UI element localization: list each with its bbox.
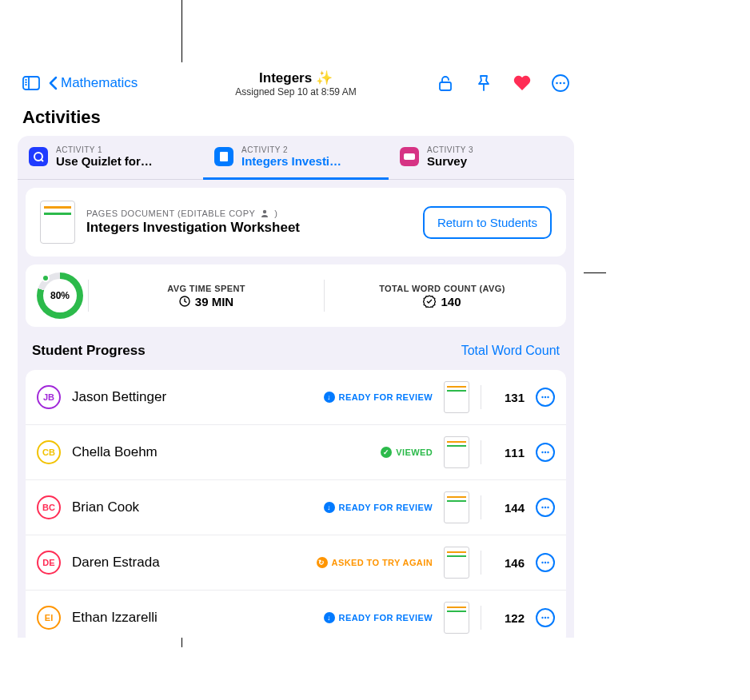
status-text: READY FOR REVIEW: [339, 613, 433, 622]
row-more-button[interactable]: [536, 498, 555, 517]
page-title: Integers ✨: [259, 70, 333, 86]
submission-thumbnail[interactable]: [444, 436, 469, 468]
submission-thumbnail[interactable]: [444, 547, 469, 579]
back-label: Mathematics: [61, 75, 138, 91]
word-count: 146: [493, 556, 525, 570]
svg-rect-5: [440, 82, 451, 90]
progress-percent: 80%: [43, 279, 77, 312]
sidebar-icon: [22, 76, 40, 90]
pin-icon: [476, 74, 492, 92]
progress-ring: 80%: [37, 272, 83, 319]
svg-rect-0: [23, 77, 39, 89]
document-type-text: PAGES DOCUMENT (EDITABLE COPY: [86, 209, 255, 218]
word-count-value: 140: [423, 295, 461, 308]
ellipsis-icon: [540, 557, 551, 568]
student-row[interactable]: EIEthan Izzarelli↓READY FOR REVIEW122: [26, 591, 566, 638]
tab-kicker: ACTIVITY 2: [241, 145, 341, 154]
top-bar-actions: [435, 62, 571, 104]
student-avatar: CB: [37, 440, 61, 464]
document-type-close: ): [274, 209, 277, 218]
student-name: Ethan Izzarelli: [72, 610, 313, 626]
row-more-button[interactable]: [536, 443, 555, 462]
document-thumbnail[interactable]: [40, 201, 75, 244]
tab-kicker: ACTIVITY 1: [56, 145, 153, 154]
svg-point-27: [545, 562, 546, 563]
divider: [481, 385, 481, 409]
ellipsis-icon: [540, 447, 551, 458]
tab-label: Use Quizlet for…: [56, 154, 153, 168]
return-to-students-button[interactable]: Return to Students: [423, 206, 552, 239]
student-list: JBJason Bettinger↓READY FOR REVIEW131CBC…: [26, 370, 566, 638]
lock-button[interactable]: [435, 73, 456, 93]
tab-kicker: ACTIVITY 3: [427, 145, 473, 154]
word-count: 111: [493, 446, 525, 459]
status-text: READY FOR REVIEW: [339, 392, 433, 402]
quizlet-icon: [29, 147, 48, 166]
pages-icon: [214, 147, 233, 166]
status-badge: ↓READY FOR REVIEW: [324, 392, 433, 403]
back-button[interactable]: Mathematics: [48, 75, 138, 91]
svg-point-29: [541, 617, 543, 618]
student-name: Daren Estrada: [72, 555, 305, 571]
student-row[interactable]: JBJason Bettinger↓READY FOR REVIEW131: [26, 370, 566, 425]
avg-time-value: 39 MIN: [179, 295, 233, 308]
pin-button[interactable]: [473, 73, 494, 93]
heart-icon: [513, 74, 532, 92]
more-button[interactable]: [550, 73, 571, 93]
activity-detail-text: PAGES DOCUMENT (EDITABLE COPY ) Integers…: [86, 209, 412, 236]
word-count-metric: TOTAL WORD COUNT (AVG) 140: [325, 284, 560, 308]
svg-point-30: [545, 617, 546, 618]
status-badge: ↓READY FOR REVIEW: [324, 612, 433, 623]
row-more-button[interactable]: [536, 388, 555, 407]
activity-tab-1[interactable]: ACTIVITY 1Use Quizlet for…: [18, 136, 203, 179]
badge-icon: [423, 295, 436, 308]
student-avatar: DE: [37, 551, 61, 575]
status-badge: ↓READY FOR REVIEW: [324, 502, 433, 513]
unlock-icon: [437, 74, 454, 92]
tab-label: Survey: [427, 154, 473, 168]
activity-tab-3[interactable]: ACTIVITY 3Survey: [389, 136, 574, 179]
svg-point-20: [541, 451, 543, 453]
document-title: Integers Investigation Worksheet: [86, 220, 412, 236]
svg-line-12: [41, 159, 43, 161]
svg-point-28: [547, 562, 549, 563]
student-row[interactable]: DEDaren Estrada↻ASKED TO TRY AGAIN146: [26, 535, 566, 591]
svg-point-10: [563, 82, 565, 85]
word-count-value-text: 140: [441, 295, 461, 308]
svg-point-21: [545, 451, 546, 453]
word-count-label: TOTAL WORD COUNT (AVG): [379, 284, 505, 293]
status-icon: ↓: [324, 612, 335, 623]
student-avatar: BC: [37, 495, 61, 519]
status-icon: ↓: [324, 392, 335, 403]
student-avatar: EI: [37, 606, 61, 630]
sort-button[interactable]: Total Word Count: [461, 344, 560, 358]
student-row[interactable]: CBChella Boehm✓VIEWED111: [26, 425, 566, 480]
status-icon: ↻: [317, 557, 328, 568]
progress-header: Student Progress Total Word Count: [18, 327, 574, 367]
submission-thumbnail[interactable]: [444, 602, 469, 634]
app-window: Mathematics Integers ✨ Assigned Sep 10 a…: [8, 62, 584, 638]
status-badge: ✓VIEWED: [381, 447, 433, 458]
divider: [481, 440, 481, 464]
tab-text: ACTIVITY 2Integers Investi…: [241, 145, 341, 168]
row-more-button[interactable]: [536, 553, 555, 572]
activities-card: ACTIVITY 1Use Quizlet for…ACTIVITY 2Inte…: [18, 136, 574, 638]
student-row[interactable]: BCBrian Cook↓READY FOR REVIEW144: [26, 480, 566, 535]
ellipsis-icon: [540, 502, 551, 513]
status-icon: ↓: [324, 502, 335, 513]
sidebar-toggle-button[interactable]: [21, 73, 42, 93]
avg-time-value-text: 39 MIN: [195, 295, 233, 308]
svg-rect-14: [404, 153, 415, 160]
submission-thumbnail[interactable]: [444, 381, 469, 413]
divider: [481, 551, 481, 575]
submission-thumbnail[interactable]: [444, 491, 469, 523]
svg-point-9: [560, 82, 562, 85]
status-text: VIEWED: [396, 447, 433, 457]
word-count: 131: [493, 391, 525, 404]
divider: [481, 495, 481, 519]
metrics-row: 80% AVG TIME SPENT 39 MIN TOTAL WORD COU…: [26, 264, 566, 327]
status-icon: ✓: [381, 447, 392, 458]
favorite-button[interactable]: [512, 73, 533, 93]
row-more-button[interactable]: [536, 608, 555, 627]
activity-tab-2[interactable]: ACTIVITY 2Integers Investi…: [203, 136, 389, 179]
